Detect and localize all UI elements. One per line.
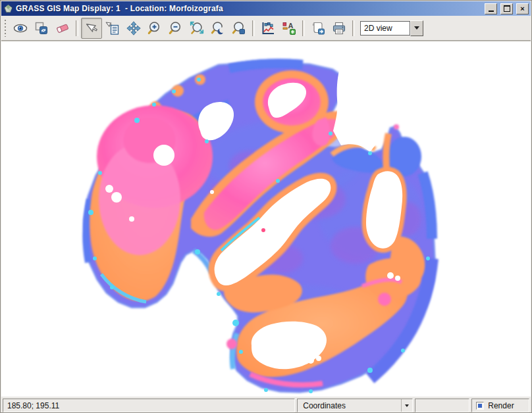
pointer-button[interactable] [81,18,102,39]
grass-gis-gem-icon [3,4,13,14]
magnifier-square-icon [231,20,247,36]
toolbar-separator [352,20,355,36]
magnifier-moon-icon [210,20,226,36]
chart-profile-icon [260,20,276,36]
zoom-in-button[interactable] [144,18,165,39]
refresh-squares-icon [34,20,49,36]
analyze-button[interactable] [257,18,279,39]
view-mode-dropdown-button[interactable] [410,20,423,36]
grass-map-display-window: GRASS GIS Map Display: 1 - Location: Mor… [0,0,532,413]
page-export-icon [310,20,326,36]
chevron-down-icon [414,26,419,30]
query-button[interactable] [102,18,123,39]
statusbar-mode-value[interactable]: Coordinates [298,401,400,410]
cursor-arrow-icon [84,20,99,36]
window-titlebar: GRASS GIS Map Display: 1 - Location: Mor… [1,1,531,16]
eraser-icon [55,20,70,36]
statusbar-mode-select[interactable]: Coordinates [297,399,412,412]
maximize-icon [504,5,510,12]
toolbar-separator [302,20,305,36]
chevron-down-icon [405,404,409,407]
render-checkbox[interactable] [476,402,484,410]
cursor-list-icon [105,20,120,36]
svg-text:A: A [288,21,294,29]
erase-display-button[interactable] [52,18,73,39]
map-toolbar: A 2D v [1,16,531,41]
magnifier-minus-icon [168,20,184,36]
render-panel: Render [471,399,529,412]
coordinate-display: 185.80; 195.11 [3,399,295,412]
maximize-button[interactable] [500,3,513,14]
zoom-out-button[interactable] [165,18,186,39]
coordinate-value: 185.80; 195.11 [7,401,59,410]
window-title: GRASS GIS Map Display: 1 - Location: Mor… [16,4,481,13]
pan-button[interactable] [123,18,144,39]
magnifier-plus-icon [147,20,163,36]
close-button[interactable]: × [516,3,529,14]
eye-icon [13,20,28,36]
display-map-button[interactable] [10,18,31,39]
checkbox-mark-icon [478,404,482,408]
print-display-button[interactable] [329,18,350,39]
pan-arrows-icon [126,20,142,36]
statusbar: 185.80; 195.11 Coordinates Render [1,397,531,413]
view-mode-value[interactable]: 2D view [360,21,410,36]
map-raster [1,41,531,397]
magnifier-arrows-icon [189,20,205,36]
render-map-button[interactable] [31,18,52,39]
add-overlay-button[interactable]: A [279,18,300,39]
minimize-icon [489,11,494,12]
minimize-button[interactable] [485,3,497,14]
close-icon: × [520,5,524,12]
legend-a-plus-icon: A [281,20,297,36]
printer-icon [331,20,347,36]
toolbar-separator [252,20,255,36]
toolbar-grip-handle[interactable] [3,20,8,37]
view-mode-select[interactable]: 2D view [360,20,423,36]
progress-panel [415,399,470,412]
statusbar-mode-dropdown-button[interactable] [401,399,412,412]
zoom-rectangle-button[interactable] [186,18,207,39]
save-display-button[interactable] [307,18,329,39]
zoom-back-button[interactable] [207,18,228,39]
toolbar-separator [76,20,78,36]
map-canvas[interactable] [1,41,531,397]
render-label: Render [488,401,514,410]
zoom-region-button[interactable] [228,18,250,39]
